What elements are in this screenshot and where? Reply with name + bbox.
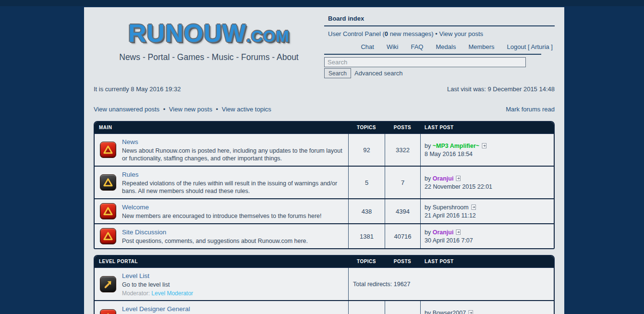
last-post-date: 21 April 2016 11:12 [425, 212, 550, 219]
page-header: RUNOUW.COM News - Portal - Games - Music… [94, 7, 555, 78]
last-post-page-icon[interactable] [456, 175, 462, 181]
last-post-column-header: LAST POST [420, 125, 554, 130]
last-post-page-icon[interactable] [482, 143, 487, 149]
last-post-by-line: by Oranjui [425, 175, 550, 182]
advanced-search-link[interactable]: Advanced search [354, 70, 402, 77]
time-row: It is currently 8 May 2016 19:32 Last vi… [94, 85, 555, 93]
total-redirects-cell: Total redirects: 19627 [348, 268, 554, 300]
forum-link-rules[interactable]: Rules [122, 171, 139, 178]
last-post-cell: by ~MP3 Amplifier~8 May 2016 18:54 [420, 134, 554, 166]
nav-link-news[interactable]: News [119, 52, 140, 62]
section-title: LEVEL PORTAL [95, 259, 348, 264]
header-links: ChatWikiFAQMedalsMembersLogout [ Arturia… [324, 43, 555, 50]
ucp-prefix: User Control Panel ( [328, 30, 385, 37]
bullet-separator: • [435, 30, 437, 37]
last-post-user-link[interactable]: Oranjui [433, 229, 454, 236]
brand-block: RUNOUW.COM News - Portal - Games - Music… [94, 7, 324, 78]
last-post-cell: by Oranjui30 April 2016 7:07 [420, 224, 554, 248]
posts-column-header: POSTS [385, 125, 420, 130]
site-logo[interactable]: RUNOUW.COM [94, 21, 324, 46]
bullet-separator: • [214, 106, 220, 113]
forum-text: Level ListGo to the level listModerator:… [122, 271, 193, 297]
forum-row-news: NewsNews about Runouw.com is posted here… [95, 133, 554, 166]
search-button[interactable]: Search [324, 68, 351, 78]
forum-row-site-discussion: Site DiscussionPost questions, comments,… [95, 223, 554, 248]
topics-count: 5 [348, 167, 385, 198]
nav-link-forums[interactable]: Forums [241, 52, 269, 62]
header-link-chat[interactable]: Chat [361, 43, 374, 50]
last-post-user-link[interactable]: Oranjui [433, 175, 454, 182]
topics-column-header: TOPICS [348, 259, 385, 264]
last-post-cell: by Bowser20078 May 2016 2:32 [420, 301, 554, 314]
forum-description: New members are encouraged to introduce … [122, 212, 322, 220]
forum-cell: WelcomeNew members are encouraged to int… [95, 199, 348, 223]
bullet-separator: • [161, 106, 167, 113]
mark-forums-read-link[interactable]: Mark forums read [506, 106, 555, 113]
site-logo-text: RUNOUW [128, 19, 246, 47]
nav-link-portal[interactable]: Portal [148, 52, 170, 62]
forum-text: RulesRepeated violations of the rules wi… [122, 170, 344, 195]
forum-status-icon [100, 174, 116, 191]
view-links: View unanswered posts • View new posts •… [94, 106, 271, 113]
header-link-logout-arturia[interactable]: Logout [ Arturia ] [507, 43, 553, 50]
forum-cell: Level Designer GeneralGeneral discussion… [95, 301, 348, 314]
content-panel: RUNOUW.COM News - Portal - Games - Music… [84, 7, 564, 314]
last-post-page-icon[interactable] [471, 204, 477, 210]
last-post-by-line: by Bowser2007 [425, 310, 550, 314]
search-row: Search Advanced search [324, 68, 555, 78]
forum-status-icon [100, 228, 116, 244]
forum-row-rules: RulesRepeated violations of the rules wi… [95, 166, 554, 198]
forum-row-welcome: WelcomeNew members are encouraged to int… [95, 198, 554, 223]
topics-count: 92 [348, 134, 385, 166]
header-link-members[interactable]: Members [468, 43, 494, 50]
forum-cell: Level ListGo to the level listModerator:… [95, 268, 348, 300]
last-post-user-link[interactable]: Bowser2007 [433, 310, 466, 314]
last-post-user-link[interactable]: Supershroom [433, 204, 469, 211]
forum-link-site-discussion[interactable]: Site Discussion [122, 229, 166, 236]
forum-moderator-line: Moderator: Level Moderator [122, 290, 193, 297]
last-post-by-line: by ~MP3 Amplifier~ [425, 143, 550, 149]
forum-description: News about Runouw.com is posted here, in… [122, 147, 344, 162]
topics-count: 1381 [348, 224, 385, 248]
moderator-link[interactable]: Level Moderator [151, 290, 193, 297]
posts-count: 3322 [385, 134, 420, 166]
board-index-title: Board index [324, 15, 555, 22]
forum-text: NewsNews about Runouw.com is posted here… [122, 137, 344, 162]
header-link-medals[interactable]: Medals [436, 43, 456, 50]
forum-link-welcome[interactable]: Welcome [122, 204, 149, 211]
topics-column-header: TOPICS [348, 125, 385, 130]
forum-section-level-portal: LEVEL PORTALTOPICSPOSTSLAST POSTLevel Li… [94, 255, 555, 314]
forum-cell: Site DiscussionPost questions, comments,… [95, 224, 348, 248]
last-post-date: 22 November 2015 22:01 [425, 183, 550, 190]
warning-triangle-glyph [103, 231, 113, 241]
forum-link-news[interactable]: News [122, 138, 138, 145]
nav-link-games[interactable]: Games [177, 52, 204, 62]
section-header: MAINTOPICSPOSTSLAST POST [95, 122, 554, 133]
last-post-user-link[interactable]: ~MP3 Amplifier~ [433, 143, 480, 149]
last-post-page-icon[interactable] [456, 229, 462, 235]
nav-link-about[interactable]: About [277, 52, 299, 62]
user-control-panel-link[interactable]: User Control Panel (0 new messages) [328, 30, 434, 37]
view-unanswered-posts-link[interactable]: View unanswered posts [94, 106, 159, 113]
forum-link-level-designer-general[interactable]: Level Designer General [122, 305, 190, 313]
last-post-page-icon[interactable] [468, 310, 474, 314]
last-post-by-line: by Supershroom [425, 204, 550, 211]
search-input[interactable] [324, 57, 526, 67]
nav-link-music[interactable]: Music [212, 52, 234, 62]
forum-text: WelcomeNew members are encouraged to int… [122, 203, 322, 220]
topics-count: 438 [348, 199, 385, 223]
view-new-posts-link[interactable]: View new posts [169, 106, 212, 113]
header-link-wiki[interactable]: Wiki [387, 43, 399, 50]
view-active-topics-link[interactable]: View active topics [222, 106, 271, 113]
warning-triangle-glyph [103, 206, 113, 216]
ucp-line: User Control Panel (0 new messages) • Vi… [324, 30, 555, 37]
view-your-posts-link[interactable]: View your posts [439, 30, 483, 37]
topics-count: 1547 [348, 301, 385, 314]
posts-count: 7 [385, 167, 420, 198]
forum-status-icon [100, 309, 116, 314]
forum-link-level-list[interactable]: Level List [122, 272, 149, 279]
last-post-column-header: LAST POST [420, 259, 554, 264]
header-link-faq[interactable]: FAQ [411, 43, 423, 50]
site-logo-tld: .COM [246, 27, 290, 45]
forum-description: Repeated violations of the rules within … [122, 180, 344, 195]
